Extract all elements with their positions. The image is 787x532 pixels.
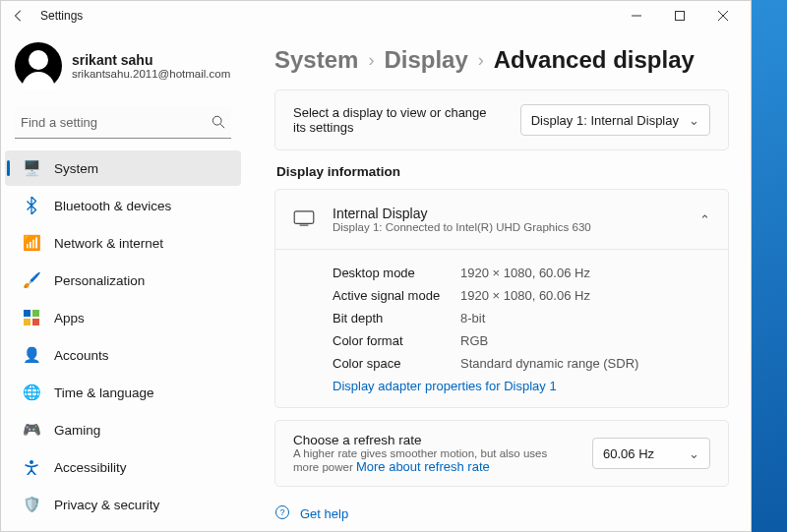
nav-icon: 📶 (23, 234, 40, 252)
detail-value: RGB (460, 333, 488, 348)
nav-label: Time & language (54, 385, 154, 400)
detail-row: Color formatRGB (333, 329, 710, 352)
back-button[interactable] (7, 4, 30, 28)
adapter-properties-link[interactable]: Display adapter properties for Display 1 (333, 379, 557, 393)
display-subtitle: Display 1: Connected to Intel(R) UHD Gra… (333, 221, 699, 233)
svg-rect-11 (294, 210, 314, 222)
monitor-icon (293, 210, 315, 229)
nav-label: Gaming (54, 423, 100, 438)
nav-label: Personalization (54, 273, 145, 288)
detail-value: Standard dynamic range (SDR) (460, 356, 638, 371)
nav-icon: 🌐 (23, 384, 40, 401)
display-dropdown[interactable]: Display 1: Internal Display ⌄ (520, 104, 710, 136)
nav-icon: 🖌️ (23, 271, 40, 289)
dropdown-value: Display 1: Internal Display (531, 113, 679, 128)
svg-rect-6 (24, 310, 30, 317)
nav-label: Bluetooth & devices (54, 199, 171, 213)
profile-block[interactable]: srikant sahu srikantsahu.2011@hotmail.co… (5, 38, 241, 99)
svg-text:?: ? (279, 507, 284, 517)
settings-window: Settings srikant sahu srikantsahu.2011@h… (0, 0, 752, 532)
sidebar-item-system[interactable]: 🖥️System (5, 150, 241, 186)
svg-point-4 (212, 116, 221, 125)
svg-point-10 (30, 460, 33, 464)
detail-row: Color spaceStandard dynamic range (SDR) (333, 352, 710, 375)
minimize-button[interactable] (615, 2, 658, 30)
sidebar-item-bluetooth-devices[interactable]: Bluetooth & devices (5, 188, 241, 223)
svg-rect-1 (676, 12, 685, 21)
nav-icon (23, 458, 40, 476)
crumb-current: Advanced display (494, 46, 695, 74)
sidebar-item-time-language[interactable]: 🌐Time & language (5, 375, 241, 410)
search-icon (212, 115, 225, 132)
main-content: System › Display › Advanced display Sele… (247, 30, 751, 531)
nav-list: 🖥️SystemBluetooth & devices📶Network & in… (5, 150, 241, 522)
svg-rect-9 (32, 319, 39, 325)
display-info-expander[interactable]: Internal Display Display 1: Connected to… (274, 189, 729, 250)
crumb-display[interactable]: Display (384, 46, 467, 74)
refresh-more-link[interactable]: More about refresh rate (356, 459, 490, 474)
breadcrumb: System › Display › Advanced display (274, 46, 729, 74)
detail-row: Desktop mode1920 × 1080, 60.06 Hz (333, 262, 710, 284)
chevron-right-icon: › (368, 50, 374, 71)
avatar (15, 42, 62, 89)
refresh-rate-card: Choose a refresh rate A higher rate give… (274, 420, 729, 487)
refresh-rate-dropdown[interactable]: 60.06 Hz ⌄ (592, 438, 710, 469)
detail-label: Desktop mode (333, 266, 460, 280)
sidebar: srikant sahu srikantsahu.2011@hotmail.co… (1, 30, 247, 531)
nav-label: Apps (54, 311, 85, 325)
sidebar-item-personalization[interactable]: 🖌️Personalization (5, 263, 241, 298)
detail-value: 1920 × 1080, 60.06 Hz (460, 266, 590, 280)
nav-label: Accounts (54, 348, 109, 363)
chevron-down-icon: ⌄ (689, 446, 699, 461)
crumb-system[interactable]: System (274, 46, 358, 74)
nav-label: System (54, 161, 98, 176)
refresh-title: Choose a refresh rate (293, 433, 575, 447)
sidebar-item-accounts[interactable]: 👤Accounts (5, 337, 241, 373)
detail-row: Active signal mode1920 × 1080, 60.06 Hz (333, 284, 710, 307)
chevron-up-icon: ⌃ (699, 212, 710, 227)
detail-label: Active signal mode (333, 288, 460, 303)
search-input[interactable] (15, 107, 231, 139)
titlebar: Settings (1, 1, 751, 30)
sidebar-item-apps[interactable]: Apps (5, 300, 241, 335)
sidebar-item-privacy-security[interactable]: 🛡️Privacy & security (5, 487, 241, 522)
nav-icon: 👤 (23, 346, 40, 364)
close-button[interactable] (701, 2, 745, 30)
nav-label: Accessibility (54, 460, 127, 475)
help-icon: ? (274, 504, 290, 523)
nav-icon (23, 309, 40, 326)
svg-line-5 (220, 124, 224, 128)
nav-icon: 🖥️ (23, 159, 40, 177)
select-display-label: Select a display to view or change its s… (293, 105, 503, 135)
refresh-value: 60.06 Hz (603, 446, 654, 461)
get-help-link[interactable]: Get help (300, 506, 348, 521)
detail-value: 8-bit (460, 311, 485, 325)
nav-icon (23, 197, 40, 214)
detail-label: Color space (333, 356, 460, 371)
maximize-button[interactable] (658, 2, 701, 30)
refresh-subtitle: A higher rate gives smoother motion, but… (293, 447, 575, 474)
display-title: Internal Display (333, 206, 699, 221)
detail-label: Bit depth (333, 311, 460, 325)
detail-label: Color format (333, 333, 460, 348)
svg-rect-8 (24, 319, 30, 325)
display-details: Desktop mode1920 × 1080, 60.06 HzActive … (274, 250, 729, 408)
section-heading: Display information (276, 164, 729, 179)
select-display-card: Select a display to view or change its s… (274, 89, 729, 150)
profile-name: srikant sahu (72, 52, 230, 68)
sidebar-item-accessibility[interactable]: Accessibility (5, 449, 241, 485)
chevron-right-icon: › (478, 50, 484, 71)
chevron-down-icon: ⌄ (689, 113, 699, 128)
detail-value: 1920 × 1080, 60.06 Hz (460, 288, 590, 303)
profile-email: srikantsahu.2011@hotmail.com (72, 68, 230, 80)
nav-label: Privacy & security (54, 498, 159, 512)
sidebar-item-network-internet[interactable]: 📶Network & internet (5, 225, 241, 261)
nav-icon: 🛡️ (23, 496, 40, 513)
nav-icon: 🎮 (23, 421, 40, 439)
nav-label: Network & internet (54, 236, 163, 251)
get-help-row[interactable]: ? Get help (274, 504, 729, 529)
window-title: Settings (40, 9, 615, 23)
sidebar-item-gaming[interactable]: 🎮Gaming (5, 412, 241, 447)
detail-row: Bit depth8-bit (333, 307, 710, 329)
search-box (15, 107, 231, 139)
